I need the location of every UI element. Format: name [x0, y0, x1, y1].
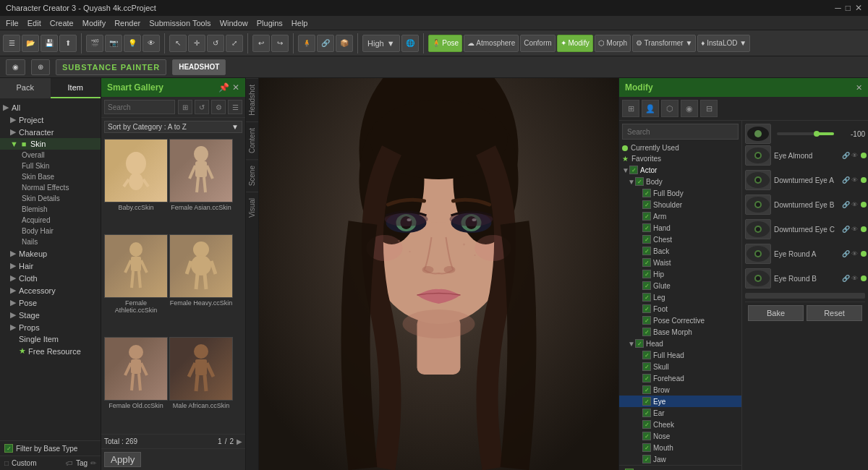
check-base-morph[interactable]: ✓ [642, 328, 651, 336]
toolbar-select[interactable]: ↖ [169, 35, 187, 52]
menu-create[interactable]: Create [50, 19, 74, 27]
tree-pose[interactable]: ▶ Pose [0, 296, 101, 309]
menu-plugins[interactable]: Plugins [257, 19, 283, 27]
morph-knob-downturned-a[interactable] [861, 177, 867, 183]
check-waist[interactable]: ✓ [642, 258, 651, 267]
eye-icon-eye-almond[interactable]: 👁 [851, 152, 858, 159]
toolbar-light[interactable]: 💡 [124, 35, 141, 52]
check-arm[interactable]: ✓ [642, 212, 651, 221]
check-cheek[interactable]: ✓ [642, 420, 651, 429]
tree-skindetails[interactable]: Skin Details [0, 193, 101, 204]
check-pose-corrective[interactable]: ✓ [642, 316, 651, 325]
gallery-close-icon[interactable]: ✕ [232, 82, 239, 93]
menu-file[interactable]: File [6, 19, 19, 27]
check-body[interactable]: ✓ [635, 177, 644, 186]
gallery-thumb-male-african[interactable] [169, 337, 233, 401]
rtree-foot[interactable]: ✓ Foot [619, 303, 741, 315]
rtree-arm[interactable]: ✓ Arm [619, 210, 741, 222]
toolbar-new[interactable]: ☰ [3, 35, 20, 52]
check-skull[interactable]: ✓ [642, 362, 651, 371]
check-shoulder[interactable]: ✓ [642, 200, 651, 209]
morph-knob-eye-round-b[interactable] [861, 275, 867, 281]
link-icon-eye-almond[interactable]: 🔗 [842, 152, 850, 159]
gallery-thumb-female-asian[interactable] [169, 139, 233, 202]
toolbar-save[interactable]: 💾 [41, 35, 58, 52]
check-hip[interactable]: ✓ [642, 270, 651, 278]
tree-bodyhair[interactable]: Body Hair [0, 226, 101, 236]
tree-blemish[interactable]: Blemish [0, 204, 101, 215]
gallery-sort-dropdown[interactable]: Sort by Category : A to Z ▼ [104, 121, 242, 133]
check-chest[interactable]: ✓ [642, 235, 651, 244]
morph-knob-downturned-b[interactable] [861, 202, 867, 208]
check-nose[interactable]: ✓ [642, 432, 651, 440]
rtree-favorites[interactable]: ★ Favorites [619, 153, 741, 164]
close-btn[interactable]: ✕ [855, 3, 862, 13]
tree-acquired[interactable]: Acquired [0, 215, 101, 226]
tab-modify[interactable]: ✦ Modify [557, 35, 593, 52]
tag-edit-icon[interactable]: ✏ [90, 459, 96, 467]
tree-all[interactable]: ▶ All [0, 101, 101, 114]
modify-tool-face[interactable]: ◉ [681, 100, 698, 117]
gallery-pin-icon[interactable]: 📌 [218, 82, 229, 93]
tab-instalod[interactable]: ♦ InstaLOD ▼ [697, 35, 750, 52]
rtree-eye[interactable]: ✓ Eye [619, 396, 741, 407]
toolbar-render[interactable]: 🎬 [86, 35, 103, 52]
window-controls[interactable]: ─ □ ✕ [835, 3, 862, 13]
bake-button[interactable]: Bake [748, 305, 804, 321]
check-ear[interactable]: ✓ [642, 409, 651, 417]
rtree-hip[interactable]: ✓ Hip [619, 268, 741, 280]
check-hand[interactable]: ✓ [642, 223, 651, 232]
gallery-item-female-asian[interactable]: Female Asian.ccSkin [169, 139, 233, 233]
rtree-brow[interactable]: ✓ Brow [619, 384, 741, 396]
morph-knob-eye-round-a[interactable] [861, 251, 867, 257]
tree-character[interactable]: ▶ Character [0, 126, 101, 138]
rtree-glute[interactable]: ✓ Glute [619, 280, 741, 291]
rtree-full-body[interactable]: ✓ Full Body [619, 187, 741, 199]
gallery-thumb-female-athletic[interactable] [104, 234, 168, 298]
check-glute[interactable]: ✓ [642, 281, 651, 290]
link-icon-eye-round-b[interactable]: 🔗 [842, 275, 850, 282]
rtree-skull[interactable]: ✓ Skull [619, 361, 741, 372]
eye-icon-eye-round-a[interactable]: 👁 [851, 250, 858, 257]
tab-pack[interactable]: Pack [0, 78, 51, 98]
rtree-pose-corrective[interactable]: ✓ Pose Corrective [619, 315, 741, 326]
viewport[interactable] [259, 78, 618, 470]
right-search-input[interactable] [622, 124, 739, 140]
tree-singleitem[interactable]: Single Item [0, 333, 101, 345]
link-icon-downturned-b[interactable]: 🔗 [842, 201, 850, 208]
check-full-head[interactable]: ✓ [642, 351, 651, 359]
gallery-item-female-heavy[interactable]: Female Heavy.ccSkin [169, 234, 233, 336]
link-icon-downturned-c[interactable]: 🔗 [842, 226, 850, 233]
gallery-item-female-athletic[interactable]: Female Athletic.ccSkin [104, 234, 168, 336]
rtree-base-morph[interactable]: ✓ Base Morph [619, 326, 741, 338]
gallery-item-female-old[interactable]: Female Old.ccSkin [104, 337, 168, 431]
menu-help[interactable]: Help [292, 19, 308, 27]
tab-pose[interactable]: 🧍 Pose [428, 35, 463, 52]
modify-tool-body[interactable]: ⬡ [661, 100, 678, 117]
check-back[interactable]: ✓ [642, 247, 651, 255]
side-tab-scene[interactable]: Scene [246, 159, 258, 192]
morph-knob-eye-almond[interactable] [861, 153, 867, 158]
toolbar-env[interactable]: 🌐 [401, 35, 419, 52]
check-jaw[interactable]: ✓ [642, 455, 651, 463]
tree-fullskin[interactable]: Full Skin [0, 161, 101, 171]
side-tab-content[interactable]: Content [246, 121, 258, 159]
rtree-shoulder[interactable]: ✓ Shoulder [619, 199, 741, 210]
toolbar-undo[interactable]: ↩ [252, 35, 270, 52]
gallery-refresh-btn[interactable]: ↺ [195, 100, 209, 114]
rtree-head[interactable]: ▼ ✓ Head [619, 338, 741, 349]
menu-window[interactable]: Window [220, 19, 248, 27]
substance-icon[interactable]: ◉ [6, 59, 25, 75]
headshot-icon[interactable]: ⊕ [31, 59, 50, 75]
check-mouth[interactable]: ✓ [642, 443, 651, 452]
toolbar-attach[interactable]: 🔗 [317, 35, 334, 52]
rtree-back[interactable]: ✓ Back [619, 245, 741, 257]
substance-painter-btn[interactable]: SUBSTANCE PAINTER [56, 59, 166, 75]
rtree-currently-used[interactable]: Currently Used [619, 142, 741, 153]
gallery-settings-btn[interactable]: ⚙ [211, 100, 226, 114]
toolbar-camera[interactable]: 📷 [105, 35, 122, 52]
menu-edit[interactable]: Edit [27, 19, 41, 27]
scrollbar-indicator[interactable] [745, 293, 865, 299]
tree-accessory[interactable]: ▶ Accessory [0, 284, 101, 296]
rtree-leg[interactable]: ✓ Leg [619, 291, 741, 303]
